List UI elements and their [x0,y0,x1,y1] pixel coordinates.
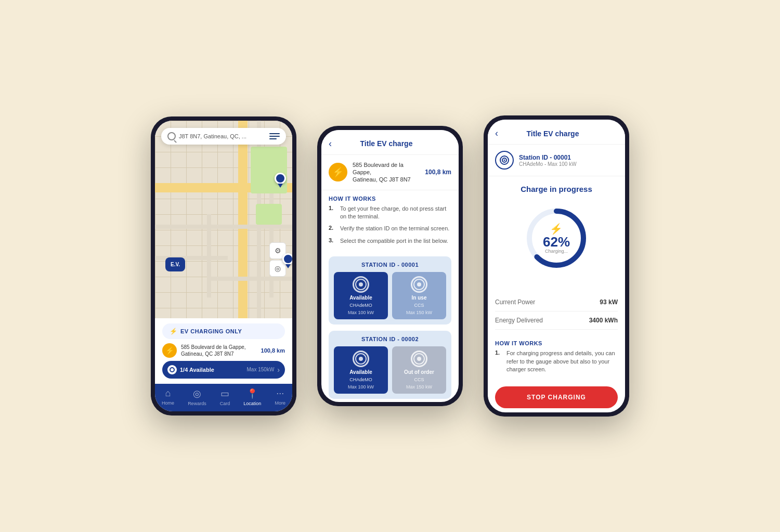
avail-icon [167,365,177,374]
nav-location[interactable]: 📍 Location [243,388,261,406]
nav-more[interactable]: ··· More [275,388,285,406]
more-icon: ··· [276,388,284,399]
nav-rewards[interactable]: ◎ Rewards [188,388,206,406]
step-3: 3. Select the compatible port in the lis… [329,237,451,245]
station3-type: CHAdeMo - Max 100 kW [519,161,618,167]
station3-header: Station ID - 00001 CHAdeMo - Max 100 kW [488,145,625,176]
avail-max: Max 150kW [247,367,275,372]
ev-only-btn[interactable]: ⚡ EV CHARGING ONLY [162,323,285,339]
nav-bar: ⌂ Home ◎ Rewards ▭ Card 📍 Location ··· [155,384,292,411]
station3-info: Station ID - 00001 CHAdeMo - Max 100 kW [519,154,618,167]
stop-charging-button[interactable]: STOP CHARGING [495,386,618,408]
screen-title: Title EV charge [332,139,441,148]
port-row-1: Available CHAdeMO Max 100 kW In use CCS … [334,272,446,319]
step-2: 2. Verify the station ID on the terminal… [329,225,451,232]
rewards-icon: ◎ [193,388,201,399]
charge-screen-header: ‹ Title EV charge [488,120,625,145]
svg-point-2 [504,160,505,161]
how-it-works-title: HOW IT WORKS [321,190,459,205]
station-header-name: 585 Boulevard de la Gappe,Gatineau, QC J… [353,161,420,184]
phone-map: J8T 8N7, Gatineau, QC, ... [151,116,296,416]
port-icon-chademo [353,276,369,293]
search-icon [167,132,176,140]
gauge-inner: ⚡ 62% Charging... [543,223,570,254]
charge-gauge: ⚡ 62% Charging... [520,202,593,275]
station1-id: STATION ID - 00001 [334,262,446,268]
station-row: ⚡ 585 Boulevard de la Gappe,Gatineau, QC… [162,343,285,358]
station-distance: 100,8 km [261,347,285,354]
chevron-right-icon: › [277,366,280,374]
main-container: J8T 8N7, Gatineau, QC, ... [130,95,650,437]
stats-section: Current Power 93 kW Energy Delivered 340… [488,291,625,335]
ev-only-label: EV CHARGING ONLY [180,328,242,334]
map-pin-3[interactable] [282,253,292,268]
power-value: 93 kW [600,299,618,306]
gauge-percent: 62% [543,235,570,249]
stat-power: Current Power 93 kW [495,293,618,312]
station-card-2: STATION ID - 00002 Available CHAdeMO Max… [329,331,451,399]
nav-card[interactable]: ▭ Card [220,388,230,406]
station-header: ⚡ 585 Boulevard de la Gappe,Gatineau, QC… [321,155,459,190]
charge-step-1: 1. For charging progress and details, yo… [495,349,618,373]
station3-icon [495,151,514,170]
port2-icon-ccs [411,351,427,367]
available-btn[interactable]: 1/4 Available Max 150kW › [162,361,285,379]
port2-out-of-order-ccs[interactable]: Out of order CCS Max 150 kW [392,346,446,394]
menu-icon[interactable] [269,133,280,139]
charge-title: Charge in progress [495,185,618,193]
map-view[interactable]: J8T 8N7, Gatineau, QC, ... [155,121,292,318]
nav-more-label: More [275,400,285,406]
port-available-chademo[interactable]: Available CHAdeMO Max 100 kW [334,272,388,319]
gauge-bolt-icon: ⚡ [543,223,570,235]
screen-header: ‹ Title EV charge [321,130,459,155]
search-bar[interactable]: J8T 8N7, Gatineau, QC, ... [161,128,286,145]
energy-value: 3400 kWh [589,317,618,324]
stat-energy: Energy Delivered 3400 kWh [495,312,618,330]
charge-screen-title: Title EV charge [498,129,607,138]
charge-progress-section: Charge in progress ⚡ 62% Charging... [488,176,625,291]
step-1: 1. To get your free charge, do not press… [329,205,451,221]
station-info: 585 Boulevard de la Gappe,Gatineau, QC J… [181,344,257,357]
station3-id: Station ID - 00001 [519,154,618,161]
station-name: 585 Boulevard de la Gappe,Gatineau, QC J… [181,344,257,357]
station-card-1: STATION ID - 00001 Available CHAdeMO Max… [329,256,451,325]
energy-label: Energy Delivered [495,317,543,324]
home-icon: ⌂ [165,388,171,399]
port-icon-ccs [411,276,427,293]
steps-list: 1. To get your free charge, do not press… [321,205,459,254]
nav-card-label: Card [220,401,230,406]
search-input-text[interactable]: J8T 8N7, Gatineau, QC, ... [179,133,246,139]
charging-bar: ⚡ EV CHARGING ONLY ⚡ 585 Boulevard de la… [155,318,292,384]
nav-home-label: Home [162,400,174,406]
port2-available-chademo[interactable]: Available CHAdeMO Max 100 kW [334,346,388,394]
station-header-info: 585 Boulevard de la Gappe,Gatineau, QC J… [353,161,420,184]
location-nav-icon: 📍 [246,388,258,399]
bolt-icon: ⚡ [170,328,177,335]
station-header-icon: ⚡ [329,163,347,181]
power-label: Current Power [495,299,535,306]
port2-icon-chademo [353,351,369,367]
avail-text: 1/4 Available [180,367,244,373]
station-header-dist: 100,8 km [425,168,451,176]
port-row-2: Available CHAdeMO Max 100 kW Out of orde… [334,346,446,394]
charge-how-it-works-title: HOW IT WORKS [488,335,625,349]
gauge-sub: Charging... [543,249,570,254]
port-in-use-ccs[interactable]: In use CCS Max 150 kW [392,272,446,319]
card-icon: ▭ [220,388,229,399]
ev-badge: E.V. [165,257,185,271]
phone-station-list: ‹ Title EV charge ⚡ 585 Boulevard de la … [317,126,463,406]
nav-home[interactable]: ⌂ Home [162,388,174,406]
map-pin-1[interactable] [275,173,286,188]
nav-location-label: Location [243,401,261,406]
station2-id: STATION ID - 00002 [334,336,446,342]
station-icon: ⚡ [162,343,177,358]
phone-charging: ‹ Title EV charge Station ID - 000 [484,115,629,416]
nav-rewards-label: Rewards [188,401,206,406]
charge-steps-list: 1. For charging progress and details, yo… [488,349,625,382]
